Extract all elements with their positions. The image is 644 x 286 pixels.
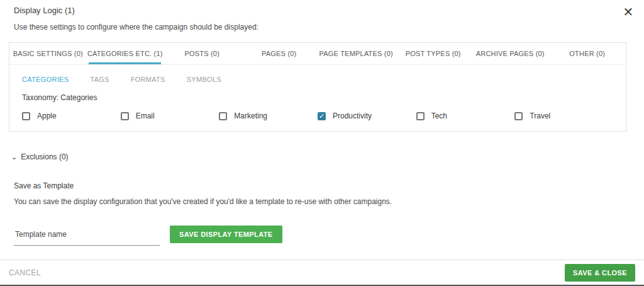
category-option-travel: ✓ Travel	[514, 112, 613, 120]
category-label: Tech	[431, 112, 447, 120]
category-option-email: ✓ Email	[121, 112, 219, 120]
subtab-tags[interactable]: TAGS	[90, 76, 109, 83]
category-checkbox-marketing[interactable]: ✓	[219, 112, 227, 120]
template-name-input[interactable]	[14, 225, 160, 246]
category-label: Productivity	[333, 112, 372, 120]
modal-footer: CANCEL SAVE & CLOSE	[0, 260, 644, 285]
category-checkbox-productivity[interactable]: ✓	[318, 112, 326, 120]
tab-page-templates[interactable]: PAGE TEMPLATES (0)	[318, 43, 395, 64]
close-icon: ✕	[623, 4, 634, 20]
exclusions-toggle[interactable]: ⌄ Exclusions (0)	[11, 152, 644, 161]
category-option-tech: ✓ Tech	[416, 112, 515, 120]
category-checkbox-travel[interactable]: ✓	[514, 112, 523, 120]
category-checkbox-tech[interactable]: ✓	[416, 112, 425, 120]
tab-categories-etc[interactable]: CATEGORIES ETC. (1)	[87, 43, 164, 64]
category-label: Marketing	[234, 112, 267, 120]
check-icon: ✓	[319, 113, 325, 120]
tab-other[interactable]: OTHER (0)	[549, 43, 626, 64]
cancel-button[interactable]: CANCEL	[9, 268, 41, 277]
subtab-symbols[interactable]: SYMBOLS	[187, 76, 221, 83]
tab-pages[interactable]: PAGES (0)	[241, 43, 318, 64]
category-label: Travel	[530, 112, 550, 120]
save-template-description: You can save the display configuration t…	[14, 197, 644, 206]
category-option-apple: ✓ Apple	[22, 112, 121, 120]
modal-header: Display Logic (1) Use these settings to …	[0, 0, 644, 31]
category-checkbox-apple[interactable]: ✓	[22, 112, 30, 120]
taxonomy-label: Taxonomy: Categories	[9, 83, 626, 102]
save-as-template-heading: Save as Template	[14, 181, 644, 190]
category-checkbox-email[interactable]: ✓	[121, 112, 129, 120]
tab-archive-pages[interactable]: ARCHIVE PAGES (0)	[472, 43, 549, 64]
category-option-productivity: ✓ Productivity	[318, 112, 416, 120]
tab-post-types[interactable]: POST TYPES (0)	[395, 43, 472, 64]
category-label: Apple	[37, 112, 57, 120]
subtab-formats[interactable]: FORMATS	[131, 76, 165, 83]
tab-basic-settings[interactable]: BASIC SETTINGS (0)	[9, 43, 87, 64]
chevron-down-icon: ⌄	[11, 154, 17, 161]
display-settings-box: BASIC SETTINGS (0) CATEGORIES ETC. (1) P…	[9, 42, 626, 132]
category-option-marketing: ✓ Marketing	[219, 112, 318, 120]
category-checkbox-row: ✓ Apple ✓ Email ✓ Marketing ✓ Productivi…	[9, 102, 626, 131]
modal-subtitle: Use these settings to configure where th…	[14, 23, 630, 31]
save-template-row: SAVE DISPLAY TEMPLATE	[14, 225, 644, 246]
subtab-categories[interactable]: CATEGORIES	[22, 76, 69, 83]
tab-posts[interactable]: POSTS (0)	[164, 43, 241, 64]
tab-bar: BASIC SETTINGS (0) CATEGORIES ETC. (1) P…	[9, 43, 626, 65]
page-title: Display Logic (1)	[14, 6, 630, 15]
subtab-bar: CATEGORIES TAGS FORMATS SYMBOLS	[9, 65, 626, 83]
save-close-button[interactable]: SAVE & CLOSE	[565, 264, 635, 282]
category-label: Email	[136, 112, 155, 120]
exclusions-label: Exclusions (0)	[21, 152, 68, 161]
close-button[interactable]: ✕	[620, 4, 636, 20]
save-display-template-button[interactable]: SAVE DISPLAY TEMPLATE	[170, 226, 282, 243]
display-logic-modal: Display Logic (1) Use these settings to …	[0, 0, 644, 286]
